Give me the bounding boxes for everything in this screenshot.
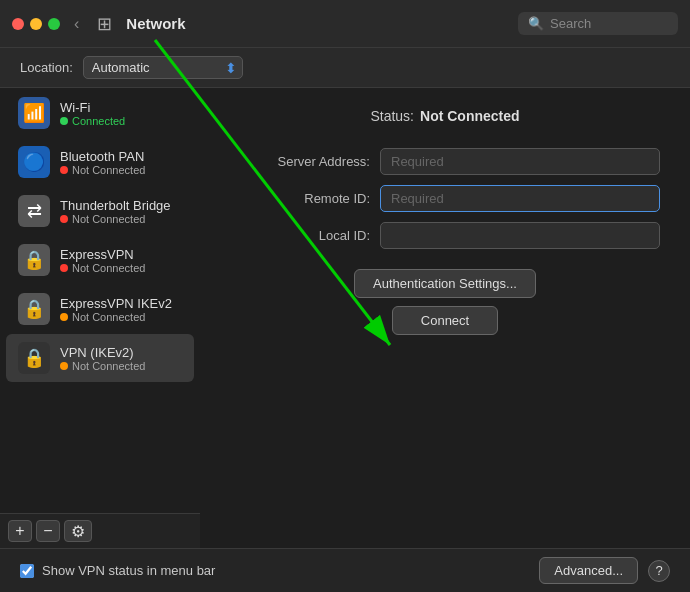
expressvpn2-status-text: Not Connected <box>72 311 145 323</box>
status-label: Status: <box>370 108 414 124</box>
wifi-status: Connected <box>60 115 125 127</box>
server-address-row: Server Address: <box>230 148 660 175</box>
expressvpn2-status: Not Connected <box>60 311 172 323</box>
help-button[interactable]: ? <box>648 560 670 582</box>
local-id-input[interactable] <box>380 222 660 249</box>
sidebar-item-bluetooth-pan[interactable]: 🔵 Bluetooth PAN Not Connected <box>6 138 194 186</box>
form-section: Server Address: Remote ID: Local ID: <box>230 148 660 249</box>
expressvpn2-info: ExpressVPN IKEv2 Not Connected <box>60 296 172 323</box>
remove-network-button[interactable]: − <box>36 520 60 542</box>
sidebar-item-thunderbolt[interactable]: ⇄ Thunderbolt Bridge Not Connected <box>6 187 194 235</box>
search-icon: 🔍 <box>528 16 544 31</box>
wifi-info: Wi-Fi Connected <box>60 100 125 127</box>
vpnikev2-info: VPN (IKEv2) Not Connected <box>60 345 145 372</box>
vpn-status-checkbox-row: Show VPN status in menu bar <box>20 563 529 578</box>
expressvpn-icon: 🔒 <box>18 244 50 276</box>
sidebar-controls: + − ⚙ <box>0 513 200 548</box>
thunderbolt-status-text: Not Connected <box>72 213 145 225</box>
expressvpn-status-dot <box>60 264 68 272</box>
wifi-icon: 📶 <box>18 97 50 129</box>
remote-id-row: Remote ID: <box>230 185 660 212</box>
local-id-label: Local ID: <box>230 228 370 243</box>
thunderbolt-status: Not Connected <box>60 213 171 225</box>
sidebar-item-expressvpn-ikev2[interactable]: 🔒 ExpressVPN IKEv2 Not Connected <box>6 285 194 333</box>
gear-menu-button[interactable]: ⚙ <box>64 520 92 542</box>
bottom-bar: Show VPN status in menu bar Advanced... … <box>0 548 690 592</box>
vpnikev2-icon: 🔒 <box>18 342 50 374</box>
bluetooth-status-dot <box>60 166 68 174</box>
close-button[interactable] <box>12 18 24 30</box>
vpnikev2-status-dot <box>60 362 68 370</box>
search-box[interactable]: 🔍 Search <box>518 12 678 35</box>
bluetooth-info: Bluetooth PAN Not Connected <box>60 149 145 176</box>
main-layout: 📶 Wi-Fi Connected 🔵 Bluetooth PAN <box>0 88 690 548</box>
thunderbolt-icon: ⇄ <box>18 195 50 227</box>
location-select[interactable]: Automatic Edit Locations... <box>83 56 243 79</box>
server-address-label: Server Address: <box>230 154 370 169</box>
remote-id-label: Remote ID: <box>230 191 370 206</box>
vpnikev2-status: Not Connected <box>60 360 145 372</box>
vpnikev2-name: VPN (IKEv2) <box>60 345 145 360</box>
location-label: Location: <box>20 60 73 75</box>
status-value: Not Connected <box>420 108 520 124</box>
grid-button[interactable]: ⊞ <box>93 11 116 37</box>
server-address-input[interactable] <box>380 148 660 175</box>
sidebar-item-wifi[interactable]: 📶 Wi-Fi Connected <box>6 89 194 137</box>
location-bar: Location: Automatic Edit Locations... ⬍ <box>0 48 690 88</box>
expressvpn2-name: ExpressVPN IKEv2 <box>60 296 172 311</box>
fullscreen-button[interactable] <box>48 18 60 30</box>
vpn-status-checkbox[interactable] <box>20 564 34 578</box>
expressvpn-info: ExpressVPN Not Connected <box>60 247 145 274</box>
status-row: Status: Not Connected <box>230 108 660 124</box>
auth-settings-button[interactable]: Authentication Settings... <box>354 269 536 298</box>
titlebar: ‹ ⊞ Network 🔍 Search <box>0 0 690 48</box>
thunderbolt-name: Thunderbolt Bridge <box>60 198 171 213</box>
remote-id-input[interactable] <box>380 185 660 212</box>
expressvpn-name: ExpressVPN <box>60 247 145 262</box>
vpnikev2-status-text: Not Connected <box>72 360 145 372</box>
add-network-button[interactable]: + <box>8 520 32 542</box>
bluetooth-icon: 🔵 <box>18 146 50 178</box>
local-id-row: Local ID: <box>230 222 660 249</box>
back-button[interactable]: ‹ <box>70 13 83 35</box>
bluetooth-status-text: Not Connected <box>72 164 145 176</box>
thunderbolt-info: Thunderbolt Bridge Not Connected <box>60 198 171 225</box>
sidebar-column: 📶 Wi-Fi Connected 🔵 Bluetooth PAN <box>0 88 200 548</box>
vpn-status-label: Show VPN status in menu bar <box>42 563 215 578</box>
sidebar-list: 📶 Wi-Fi Connected 🔵 Bluetooth PAN <box>0 88 200 513</box>
minimize-button[interactable] <box>30 18 42 30</box>
wifi-name: Wi-Fi <box>60 100 125 115</box>
window-title: Network <box>126 15 508 32</box>
expressvpn2-status-dot <box>60 313 68 321</box>
wifi-status-dot <box>60 117 68 125</box>
action-buttons: Authentication Settings... Connect <box>230 269 660 335</box>
bluetooth-name: Bluetooth PAN <box>60 149 145 164</box>
expressvpn-status-text: Not Connected <box>72 262 145 274</box>
wifi-status-text: Connected <box>72 115 125 127</box>
sidebar-item-expressvpn[interactable]: 🔒 ExpressVPN Not Connected <box>6 236 194 284</box>
connect-button[interactable]: Connect <box>392 306 498 335</box>
advanced-button[interactable]: Advanced... <box>539 557 638 584</box>
app-window: ‹ ⊞ Network 🔍 Search Location: Automatic… <box>0 0 690 592</box>
search-placeholder: Search <box>550 16 591 31</box>
expressvpn2-icon: 🔒 <box>18 293 50 325</box>
expressvpn-status: Not Connected <box>60 262 145 274</box>
location-select-wrapper[interactable]: Automatic Edit Locations... ⬍ <box>83 56 243 79</box>
content-area: Status: Not Connected Server Address: Re… <box>200 88 690 548</box>
bluetooth-status: Not Connected <box>60 164 145 176</box>
traffic-lights <box>12 18 60 30</box>
thunderbolt-status-dot <box>60 215 68 223</box>
sidebar-item-vpn-ikev2[interactable]: 🔒 VPN (IKEv2) Not Connected <box>6 334 194 382</box>
